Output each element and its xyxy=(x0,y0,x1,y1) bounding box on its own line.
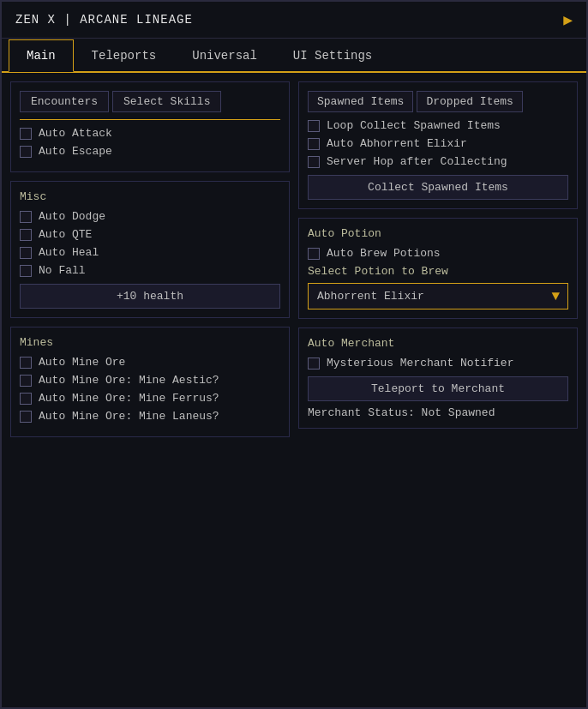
select-potion-label: Select Potion to Brew xyxy=(308,265,568,278)
merchant-status: Merchant Status: Not Spawned xyxy=(308,406,568,419)
auto-abhorrent-checkbox[interactable] xyxy=(308,138,320,150)
auto-mine-aestic-label: Auto Mine Ore: Mine Aestic? xyxy=(39,374,219,387)
mysterious-merchant-row[interactable]: Mysterious Merchant Notifier xyxy=(308,357,568,370)
main-content: Encounters Select Skills Auto Attack Aut… xyxy=(2,73,586,707)
select-skills-button[interactable]: Select Skills xyxy=(112,91,221,112)
no-fall-checkbox[interactable] xyxy=(20,265,32,277)
auto-qte-label: Auto QTE xyxy=(39,228,92,241)
auto-mine-aestic-checkbox[interactable] xyxy=(20,375,32,387)
title-bar: ZEN X | ARCANE LINEAGE ▶ xyxy=(2,2,586,39)
auto-brew-label: Auto Brew Potions xyxy=(327,247,441,260)
app-title: ZEN X | ARCANE LINEAGE xyxy=(15,13,193,27)
tab-main[interactable]: Main xyxy=(9,39,74,72)
auto-qte-checkbox[interactable] xyxy=(20,229,32,241)
tab-universal[interactable]: Universal xyxy=(174,39,275,72)
server-hop-label: Server Hop after Collecting xyxy=(327,155,507,168)
loop-collect-checkbox[interactable] xyxy=(308,120,320,132)
auto-potion-section: Auto Potion Auto Brew Potions Select Pot… xyxy=(298,218,578,319)
auto-mine-aestic-row[interactable]: Auto Mine Ore: Mine Aestic? xyxy=(20,374,280,387)
teleport-merchant-button[interactable]: Teleport to Merchant xyxy=(308,376,568,401)
auto-heal-row[interactable]: Auto Heal xyxy=(20,246,280,259)
mysterious-merchant-label: Mysterious Merchant Notifier xyxy=(327,357,513,370)
auto-mine-ore-checkbox[interactable] xyxy=(20,357,32,369)
tabs-bar: Main Teleports Universal UI Settings xyxy=(2,39,586,73)
auto-escape-row[interactable]: Auto Escape xyxy=(20,145,280,158)
loop-collect-label: Loop Collect Spawned Items xyxy=(327,119,501,132)
auto-abhorrent-label: Auto Abhorrent Elixir xyxy=(327,137,467,150)
server-hop-row[interactable]: Server Hop after Collecting xyxy=(308,155,568,168)
auto-dodge-row[interactable]: Auto Dodge xyxy=(20,210,280,223)
auto-mine-ferrus-label: Auto Mine Ore: Mine Ferrus? xyxy=(39,392,219,405)
auto-dodge-checkbox[interactable] xyxy=(20,211,32,223)
encounters-button[interactable]: Encounters xyxy=(20,91,109,112)
auto-merchant-label: Auto Merchant xyxy=(308,337,568,350)
spawned-tabs: Spawned Items Dropped Items xyxy=(308,91,568,112)
auto-mine-ferrus-row[interactable]: Auto Mine Ore: Mine Ferrus? xyxy=(20,392,280,405)
encounters-divider xyxy=(20,119,280,120)
mines-section: Mines Auto Mine Ore Auto Mine Ore: Mine … xyxy=(10,327,290,437)
health-button[interactable]: +10 health xyxy=(20,284,280,309)
spawned-items-tab[interactable]: Spawned Items xyxy=(308,91,413,112)
spawned-section: Spawned Items Dropped Items Loop Collect… xyxy=(298,81,578,209)
auto-qte-row[interactable]: Auto QTE xyxy=(20,228,280,241)
left-panel: Encounters Select Skills Auto Attack Aut… xyxy=(10,81,290,699)
auto-mine-ore-label: Auto Mine Ore xyxy=(39,356,125,369)
auto-mine-ferrus-checkbox[interactable] xyxy=(20,393,32,405)
tab-ui-settings[interactable]: UI Settings xyxy=(275,39,390,72)
tab-teleports[interactable]: Teleports xyxy=(74,39,175,72)
server-hop-checkbox[interactable] xyxy=(308,156,320,168)
auto-merchant-section: Auto Merchant Mysterious Merchant Notifi… xyxy=(298,327,578,429)
auto-dodge-label: Auto Dodge xyxy=(39,210,105,223)
collect-spawned-button[interactable]: Collect Spawned Items xyxy=(308,175,568,200)
no-fall-row[interactable]: No Fall xyxy=(20,264,280,277)
auto-brew-row[interactable]: Auto Brew Potions xyxy=(308,247,568,260)
auto-potion-label: Auto Potion xyxy=(308,227,568,240)
mysterious-merchant-checkbox[interactable] xyxy=(308,358,320,370)
auto-abhorrent-row[interactable]: Auto Abhorrent Elixir xyxy=(308,137,568,150)
potion-dropdown[interactable]: Abhorrent Elixir Health Potion Mana Poti… xyxy=(308,283,568,309)
potion-select-wrapper: Abhorrent Elixir Health Potion Mana Poti… xyxy=(308,283,568,309)
misc-section: Misc Auto Dodge Auto QTE Auto Heal No Fa… xyxy=(10,181,290,318)
auto-mine-laneus-checkbox[interactable] xyxy=(20,411,32,423)
auto-attack-label: Auto Attack xyxy=(39,127,112,140)
auto-attack-checkbox[interactable] xyxy=(20,128,32,140)
auto-brew-checkbox[interactable] xyxy=(308,248,320,260)
mines-label: Mines xyxy=(20,336,280,349)
encounters-header: Encounters Select Skills xyxy=(20,91,280,112)
auto-mine-laneus-label: Auto Mine Ore: Mine Laneus? xyxy=(39,410,219,423)
auto-mine-laneus-row[interactable]: Auto Mine Ore: Mine Laneus? xyxy=(20,410,280,423)
right-panel: Spawned Items Dropped Items Loop Collect… xyxy=(298,81,578,699)
play-icon[interactable]: ▶ xyxy=(563,10,573,29)
encounters-section: Encounters Select Skills Auto Attack Aut… xyxy=(10,81,290,172)
auto-attack-row[interactable]: Auto Attack xyxy=(20,127,280,140)
auto-mine-ore-row[interactable]: Auto Mine Ore xyxy=(20,356,280,369)
app-window: ZEN X | ARCANE LINEAGE ▶ Main Teleports … xyxy=(0,0,588,709)
misc-label: Misc xyxy=(20,190,280,203)
auto-heal-label: Auto Heal xyxy=(39,246,99,259)
no-fall-label: No Fall xyxy=(39,264,86,277)
loop-collect-row[interactable]: Loop Collect Spawned Items xyxy=(308,119,568,132)
auto-escape-checkbox[interactable] xyxy=(20,146,32,158)
auto-heal-checkbox[interactable] xyxy=(20,247,32,259)
dropped-items-tab[interactable]: Dropped Items xyxy=(417,91,522,112)
auto-escape-label: Auto Escape xyxy=(39,145,112,158)
